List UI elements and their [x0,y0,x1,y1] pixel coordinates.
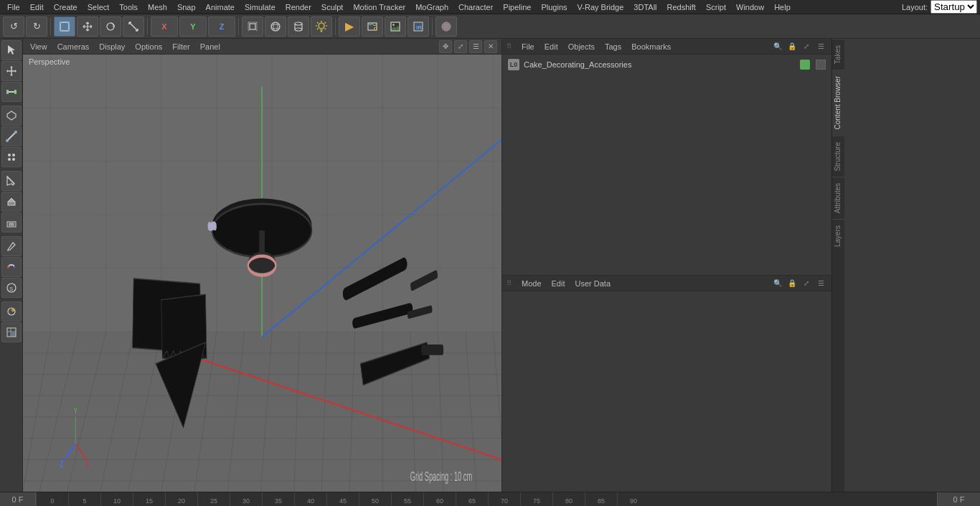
tool-point[interactable] [1,147,22,167]
object-color-dot [800,60,810,70]
toolbar-separator-1 [50,18,51,35]
objects-menu-edit[interactable]: Edit [542,39,561,55]
tool-magnet[interactable] [1,257,22,277]
tick-90: 90 [617,492,649,506]
attributes-menu-userdata[interactable]: User Data [573,276,614,291]
render-picture-viewer-button[interactable] [385,17,406,37]
objects-more-icon[interactable]: ☰ [814,40,827,53]
redo-button[interactable]: ↻ [26,17,47,37]
interactive-render-button[interactable]: IR [407,17,429,37]
objects-menu-tags[interactable]: Tags [602,39,624,55]
menu-character[interactable]: Character [454,0,497,14]
viewport-menu-display[interactable]: Display [96,39,128,55]
tool-smooth-shift[interactable]: S [1,278,22,298]
scene-canvas: Grid Spacing : 10 cm Z X Y [23,55,501,492]
tool-extrude-inner[interactable] [1,212,22,233]
layout-dropdown[interactable]: Startup [930,0,977,14]
menu-mograph[interactable]: MoGraph [411,0,453,14]
tab-layers[interactable]: Layers [832,219,844,253]
move-button[interactable] [77,17,98,37]
light-button[interactable] [311,17,332,37]
objects-menu-file[interactable]: File [519,39,537,55]
cube-button[interactable] [242,17,263,37]
undo-button[interactable]: ↺ [3,17,24,37]
viewport-ctrl-expand[interactable]: ⤢ [454,40,467,53]
menu-help[interactable]: Help [770,0,795,14]
menu-sculpt[interactable]: Sculpt [317,0,348,14]
viewport-menu-panel[interactable]: Panel [197,39,223,55]
menu-render[interactable]: Render [281,0,316,14]
attr-expand-icon[interactable]: ⤢ [800,277,813,290]
tool-knife[interactable] [1,171,22,191]
menu-script[interactable]: Script [702,0,730,14]
viewport-menu-options[interactable]: Options [132,39,165,55]
tool-polygon[interactable] [1,106,22,126]
menu-vray[interactable]: V-Ray Bridge [573,0,628,14]
material-button[interactable] [435,17,457,37]
tool-edge[interactable] [1,126,22,146]
menu-window[interactable]: Window [732,0,768,14]
menu-pipeline[interactable]: Pipeline [499,0,535,14]
menu-simulate[interactable]: Simulate [240,0,280,14]
menu-animate[interactable]: Animate [202,0,239,14]
render-region-button[interactable] [362,17,383,37]
objects-lock-icon[interactable]: 🔒 [786,40,798,53]
tool-pen[interactable] [1,236,22,256]
sphere-button[interactable] [265,17,286,37]
menu-redshift[interactable]: Redshift [663,0,700,14]
menu-file[interactable]: File [3,0,24,14]
objects-menu-bookmarks[interactable]: Bookmarks [628,39,674,55]
svg-rect-1 [60,22,62,24]
attributes-menu-edit[interactable]: Edit [549,276,568,291]
tool-scale-left[interactable] [1,82,22,102]
menu-plugins[interactable]: Plugins [537,0,571,14]
menu-tools[interactable]: Tools [115,0,142,14]
viewport-3d[interactable]: Grid Spacing : 10 cm Z X Y Perspective [23,55,501,492]
tab-attributes[interactable]: Attributes [832,177,844,219]
tick-45: 45 [326,492,359,506]
menu-create[interactable]: Create [50,0,82,14]
toolbar-separator-4 [335,18,336,35]
select-model-button[interactable] [54,17,75,37]
menu-select[interactable]: Select [83,0,114,14]
menu-3dtall[interactable]: 3DTAll [629,0,661,14]
timeline-ruler[interactable]: 0 5 10 15 20 25 30 35 40 45 50 55 60 65 … [36,492,937,506]
attributes-panel: ⠿ Mode Edit User Data 🔍 🔒 ⤢ ☰ [502,276,831,492]
attr-lock-icon[interactable]: 🔒 [786,277,798,290]
objects-search-icon[interactable]: 🔍 [771,40,784,53]
objects-menu-objects[interactable]: Objects [565,39,598,55]
viewport-ctrl-configure[interactable]: ✥ [439,40,452,53]
viewport-menu-filter[interactable]: Filter [169,39,192,55]
object-row-cake[interactable]: L0 Cake_Decorating_Accessories [505,57,829,72]
tool-select[interactable] [1,40,22,60]
cylinder-button[interactable] [288,17,309,37]
menu-motion-tracker[interactable]: Motion Tracker [349,0,410,14]
viewport-menu-cameras[interactable]: Cameras [55,39,93,55]
attributes-content [502,291,831,492]
viewport-menu-view[interactable]: View [27,39,50,55]
attr-more-icon[interactable]: ☰ [814,277,827,290]
tab-content-browser[interactable]: Content Browser [832,70,844,135]
viewport-ctrl-more[interactable]: ☰ [469,40,482,53]
tool-paint[interactable] [1,301,22,322]
tool-extrude[interactable] [1,192,22,212]
attr-search-icon[interactable]: 🔍 [771,277,784,290]
attributes-menu-mode[interactable]: Mode [519,276,545,291]
z-axis-button[interactable]: Z [208,17,235,37]
objects-expand-icon[interactable]: ⤢ [800,40,813,53]
menu-edit[interactable]: Edit [26,0,48,14]
x-axis-button[interactable]: X [151,17,178,37]
render-active-view-button[interactable]: ▶ [339,17,360,37]
viewport-ctrl-close[interactable]: ✕ [484,40,497,53]
object-visibility-icon[interactable] [816,60,826,70]
svg-marker-51 [23,332,501,492]
rotate-button[interactable] [100,17,121,37]
tool-move[interactable] [1,61,22,81]
tab-takes[interactable]: Takes [832,39,844,70]
tab-structure[interactable]: Structure [832,136,844,177]
y-axis-button[interactable]: Y [179,17,207,37]
scale-button[interactable] [123,17,144,37]
tool-uv[interactable] [1,322,22,342]
menu-snap[interactable]: Snap [173,0,200,14]
menu-mesh[interactable]: Mesh [143,0,171,14]
